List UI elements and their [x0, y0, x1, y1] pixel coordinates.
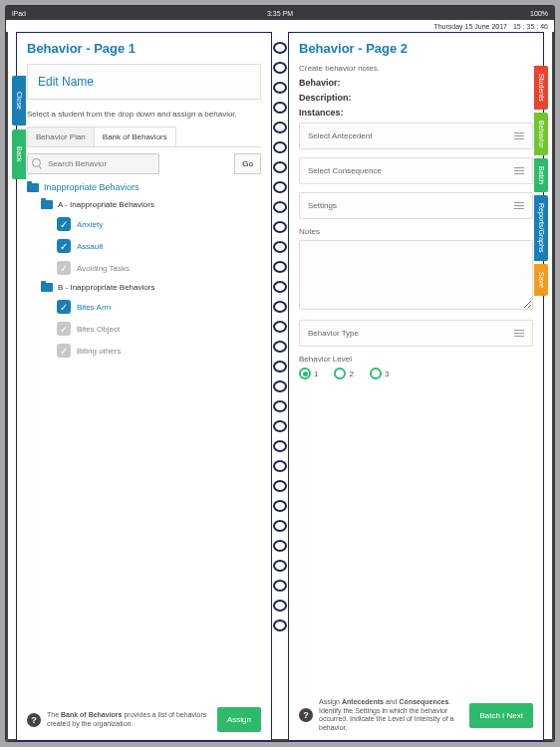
select-antecedent[interactable]: Select Antecedent: [299, 123, 533, 149]
footer-help-text: Assign Antecedents and Consequences. Ide…: [319, 698, 463, 732]
side-tab-behavior[interactable]: Behavior: [534, 113, 548, 156]
page-title: Behavior - Page 2: [299, 41, 533, 56]
folder-group-b[interactable]: B - Inappropriate Behaviors: [41, 283, 261, 292]
folder-icon: [41, 283, 53, 292]
side-tab-students[interactable]: Students: [534, 66, 548, 110]
radio-level-3[interactable]: 3: [370, 368, 389, 379]
radio-icon: [370, 368, 382, 379]
behavior-label: Anxiety: [77, 220, 103, 229]
assign-button[interactable]: Assign: [217, 707, 261, 732]
checkbox-icon[interactable]: ✓: [57, 239, 71, 253]
behavior-level-label: Behavior Level: [299, 355, 533, 364]
left-side-tabs: CloseBack: [12, 76, 26, 179]
date-bar: Thursday 15 June 2017 15 : 35 : 46: [6, 20, 554, 32]
page-2: Behavior - Page 2 Create behavior notes.…: [288, 32, 544, 741]
batch-next-button[interactable]: Batch I Next: [469, 703, 533, 728]
behavior-item[interactable]: ✓Bites Object: [57, 322, 261, 336]
hamburger-icon: [514, 202, 524, 209]
date-time: 15 : 35 : 46: [513, 23, 548, 30]
folder-label: Inappropriate Behaviors: [44, 182, 140, 192]
behavior-item[interactable]: ✓Anxiety: [57, 217, 261, 231]
search-icon: [32, 158, 41, 167]
footer-help-text: The Bank of Behaviors provides a list of…: [47, 711, 211, 728]
tab-row: Behavior Plan Bank of Behaviors: [27, 126, 261, 147]
status-time: 3:35 PM: [267, 10, 293, 17]
select-behavior-type[interactable]: Behavior Type: [299, 320, 533, 347]
checkbox-icon[interactable]: ✓: [57, 261, 71, 275]
page-hint: Select a student from the drop down and …: [27, 110, 261, 119]
help-icon[interactable]: ?: [299, 708, 313, 722]
notes-textarea[interactable]: [299, 240, 533, 310]
folder-label: B - Inappropriate Behaviors: [58, 283, 154, 292]
behavior-item[interactable]: ✓Avoiding Tasks: [57, 261, 261, 275]
folder-group-a[interactable]: A - Inappropriate Behaviors: [41, 200, 261, 209]
behavior-label: Behavior:: [299, 78, 533, 88]
behavior-label: Bites Object: [77, 325, 120, 334]
folder-label: A - Inappropriate Behaviors: [58, 200, 154, 209]
behavior-label: Avoiding Tasks: [77, 264, 130, 273]
edit-name-field[interactable]: Edit Name: [27, 64, 261, 100]
side-tab-batch[interactable]: Batch: [534, 158, 548, 192]
folder-root[interactable]: Inappropriate Behaviors: [27, 182, 261, 192]
hamburger-icon: [514, 330, 524, 337]
notes-label: Notes: [299, 227, 533, 236]
instances-label: Instances:: [299, 108, 533, 118]
notebook-binding: [272, 32, 288, 741]
folder-icon: [41, 200, 53, 209]
radio-icon: [299, 368, 311, 379]
radio-level-2[interactable]: 2: [334, 368, 353, 379]
behavior-item[interactable]: ✓Bites Arm: [57, 300, 261, 314]
radio-icon: [334, 368, 346, 379]
tab-behavior-plan[interactable]: Behavior Plan: [27, 126, 95, 146]
help-icon[interactable]: ?: [27, 713, 41, 727]
checkbox-icon[interactable]: ✓: [57, 344, 71, 358]
date-day: Thursday 15 June 2017: [433, 23, 507, 30]
behavior-label: Bites Arm: [77, 303, 111, 312]
behavior-label: Assault: [77, 242, 103, 251]
search-input[interactable]: [27, 153, 159, 174]
select-settings[interactable]: Settings: [299, 192, 533, 219]
radio-level-1[interactable]: 1: [299, 368, 318, 379]
folder-icon: [27, 183, 39, 192]
tab-bank-of-behaviors[interactable]: Bank of Behaviors: [94, 126, 176, 146]
hamburger-icon: [514, 167, 524, 174]
behavior-item[interactable]: ✓Assault: [57, 239, 261, 253]
intro-text: Create behavior notes.: [299, 64, 533, 73]
hamburger-icon: [514, 132, 524, 139]
side-tab-reports-graphs[interactable]: Reports/Graphs: [534, 195, 548, 260]
description-label: Description:: [299, 93, 533, 103]
side-tab-back[interactable]: Back: [12, 129, 26, 179]
side-tab-save[interactable]: Save: [534, 264, 548, 296]
page-1: Behavior - Page 1 Edit Name Select a stu…: [16, 32, 272, 741]
checkbox-icon[interactable]: ✓: [57, 322, 71, 336]
behavior-label: Biting others: [77, 347, 121, 356]
checkbox-icon[interactable]: ✓: [57, 217, 71, 231]
checkbox-icon[interactable]: ✓: [57, 300, 71, 314]
status-bar: iPad 3:35 PM 100%: [6, 6, 554, 20]
go-button[interactable]: Go: [234, 153, 261, 174]
status-device: iPad: [12, 10, 26, 17]
status-battery: 100%: [530, 10, 548, 17]
right-side-tabs: StudentsBehaviorBatchReports/GraphsSave: [534, 66, 548, 296]
side-tab-close[interactable]: Close: [12, 76, 26, 125]
page-title: Behavior - Page 1: [27, 41, 261, 56]
select-consequence[interactable]: Select Consequence: [299, 157, 533, 184]
behavior-item[interactable]: ✓Biting others: [57, 344, 261, 358]
